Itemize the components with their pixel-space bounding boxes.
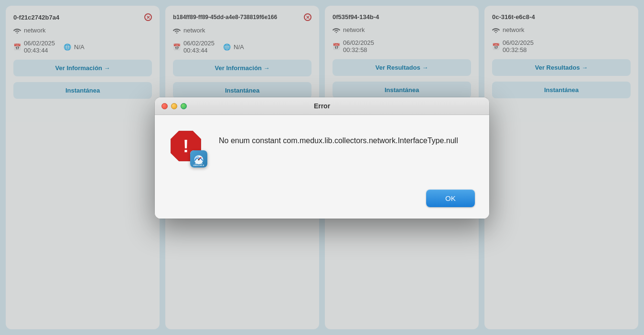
close-button[interactable] — [161, 103, 168, 109]
dialog-icon-area: ! VMGCHILE VMGCHILE — [169, 129, 207, 168]
traffic-lights — [161, 103, 187, 109]
dialog-titlebar: Error — [155, 97, 489, 115]
app-badge-label: VMGCHILE — [193, 164, 204, 167]
dialog-footer: OK — [155, 182, 489, 219]
speedometer-icon: VMGCHILE — [192, 152, 205, 166]
minimize-button[interactable] — [171, 103, 177, 109]
dialog-body: ! VMGCHILE VMGCHILE — [155, 115, 489, 182]
svg-text:!: ! — [183, 136, 189, 156]
maximize-button[interactable] — [181, 103, 187, 109]
error-dialog: Error ! — [155, 97, 489, 219]
svg-point-4 — [198, 159, 199, 160]
app-badge: VMGCHILE VMGCHILE — [190, 150, 207, 168]
dialog-title: Error — [314, 102, 330, 110]
dialog-overlay: Error ! — [0, 0, 644, 335]
dialog-message: No enum constant com.medux.lib.collector… — [219, 129, 475, 147]
ok-button[interactable]: OK — [426, 189, 475, 207]
